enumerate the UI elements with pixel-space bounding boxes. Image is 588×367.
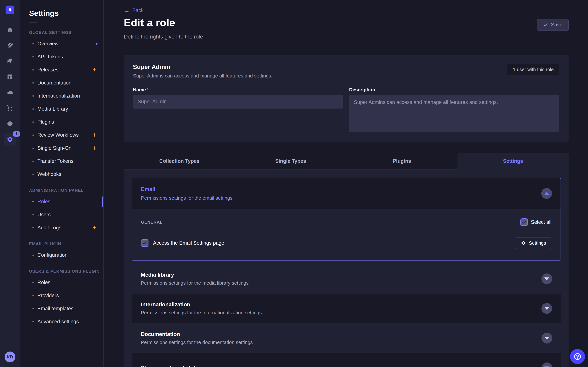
accordion-email-subtitle: Permissions settings for the email setti… — [141, 195, 551, 201]
accordion-media-library[interactable]: Media libraryPermissions settings for th… — [132, 264, 561, 294]
sidebar-item-advanced-settings[interactable]: Advanced settings — [20, 315, 104, 328]
rail-item-content-feather[interactable] — [0, 38, 20, 53]
permission-checkbox[interactable] — [141, 239, 148, 247]
expand-button[interactable] — [541, 333, 552, 343]
accordion-plugins-and-marketplace[interactable]: Plugins and marketplace — [132, 353, 561, 367]
tab-single-types[interactable]: Single Types — [235, 153, 346, 169]
lightning-icon-wrap — [92, 132, 97, 138]
sidebar-item-label: API Tokens — [37, 54, 63, 60]
chevron-down-icon — [545, 277, 549, 280]
marketplace-cart-icon — [7, 105, 13, 111]
description-textarea[interactable]: Super Admins can access and manage all f… — [349, 95, 560, 132]
role-card: Super Admin Super Admins can access and … — [124, 55, 569, 142]
permission-row-left: Access the Email Settings page — [141, 239, 224, 247]
accordion-title: Media library — [141, 272, 561, 278]
tab-settings[interactable]: Settings — [458, 153, 569, 169]
permission-settings-button[interactable]: Settings — [516, 237, 551, 249]
sidebar-item-overview[interactable]: Overview — [20, 37, 104, 50]
rail-item-marketplace-cart[interactable] — [0, 100, 20, 116]
accordion-title: Plugins and marketplace — [141, 365, 561, 367]
sidebar-item-single-sign-on[interactable]: Single Sign-On — [20, 142, 104, 155]
strapi-logo[interactable] — [6, 6, 14, 14]
name-label-text: Name — [133, 87, 146, 92]
rail-item-home[interactable] — [0, 22, 20, 38]
media-images-icon — [7, 58, 13, 64]
rail-item-media-images[interactable] — [0, 53, 20, 69]
notification-count-badge: 1 — [13, 131, 20, 137]
tab-collection-types[interactable]: Collection Types — [124, 153, 235, 169]
collapse-button[interactable] — [541, 188, 552, 199]
sidebar-item-internationalization[interactable]: Internationalization — [20, 89, 104, 102]
name-input[interactable] — [133, 95, 343, 108]
active-indicator-bar — [102, 196, 104, 207]
chevron-down-icon — [545, 307, 549, 310]
question-mark-icon — [573, 352, 582, 361]
sidebar-item-configuration[interactable]: Configuration — [20, 249, 104, 262]
tab-plugins[interactable]: Plugins — [346, 153, 458, 169]
expand-button[interactable] — [541, 362, 552, 367]
sidebar-item-label: Plugins — [37, 119, 54, 125]
avatar[interactable]: KD — [5, 351, 15, 362]
sidebar-item-documentation[interactable]: Documentation — [20, 76, 104, 89]
expand-button[interactable] — [541, 273, 552, 284]
accordion-internationalization[interactable]: InternationalizationPermissions settings… — [132, 294, 561, 323]
sidebar-item-review-workflows[interactable]: Review Workflows — [20, 129, 104, 142]
sidebar-item-label: Webhooks — [37, 171, 61, 177]
sidebar-item-transfer-tokens[interactable]: Transfer Tokens — [20, 155, 104, 168]
section-heading: EMAIL PLUGIN — [20, 234, 104, 249]
sidebar-item-roles[interactable]: Roles — [20, 195, 104, 208]
users-with-role-button[interactable]: 1 user with this role — [507, 64, 559, 75]
sidebar-item-email-templates[interactable]: Email templates — [20, 302, 104, 315]
rail-item-info[interactable] — [0, 116, 20, 132]
save-button[interactable]: Save — [537, 19, 569, 31]
sidebar-item-roles[interactable]: Roles — [20, 276, 104, 289]
sidebar-item-api-tokens[interactable]: API Tokens — [20, 50, 104, 63]
subnav-sections: GLOBAL SETTINGSOverviewAPI TokensRelease… — [20, 23, 104, 328]
sidebar-item-audit-logs[interactable]: Audit Logs — [20, 221, 104, 234]
rail-item-cloud[interactable] — [0, 84, 20, 100]
check-icon — [522, 220, 527, 225]
sidebar-item-providers[interactable]: Providers — [20, 289, 104, 302]
bullet-dot — [32, 201, 34, 202]
cloud-icon — [7, 89, 13, 96]
sidebar-item-webhooks[interactable]: Webhooks — [20, 168, 104, 181]
sidebar-item-label: Overview — [37, 41, 59, 47]
sidebar-item-label: Transfer Tokens — [37, 158, 73, 164]
info-icon — [7, 120, 13, 127]
bullet-dot — [32, 56, 34, 58]
sidebar-item-plugins[interactable]: Plugins — [20, 116, 104, 129]
accordion-documentation[interactable]: DocumentationPermissions settings for th… — [132, 323, 561, 353]
layout-icon — [7, 73, 13, 80]
lightning-icon-wrap — [92, 225, 97, 231]
chevron-down-icon — [545, 337, 549, 340]
group-divider-line — [168, 222, 516, 222]
sidebar-item-label: Users — [37, 212, 51, 217]
rail-item-highlight — [4, 117, 16, 130]
bullet-dot — [32, 174, 34, 175]
sidebar-item-label: Releases — [37, 67, 59, 73]
sidebar-item-releases[interactable]: Releases — [20, 63, 104, 76]
accordion-email-header[interactable]: Email Permissions settings for the email… — [132, 178, 561, 209]
back-link[interactable]: ← Back — [124, 8, 144, 13]
required-asterisk: * — [147, 87, 148, 92]
rail-item-layout[interactable] — [0, 69, 20, 84]
subnav-section-users-permissions-plugin: USERS & PERMISSIONS PLUGINRolesProviders… — [20, 262, 104, 328]
help-button[interactable] — [570, 349, 585, 364]
rail-item-highlight — [4, 55, 16, 67]
app-root: 1 KD Settings GLOBAL SETTINGSOverviewAPI… — [0, 0, 588, 367]
expand-button[interactable] — [541, 303, 552, 314]
save-label: Save — [551, 22, 562, 28]
select-all-checkbox[interactable] — [520, 218, 528, 226]
rail-item-settings-gear[interactable]: 1 — [0, 132, 20, 147]
page-header: Edit a role Save — [124, 17, 569, 31]
name-field-group: Name* — [133, 87, 343, 133]
lightning-icon — [92, 132, 97, 138]
permission-label: Access the Email Settings page — [153, 240, 224, 246]
sidebar-item-label: Advanced settings — [37, 319, 79, 325]
icon-rail: 1 KD — [0, 0, 20, 367]
role-card-heading: Super Admin Super Admins can access and … — [133, 64, 272, 79]
role-card-header: Super Admin Super Admins can access and … — [133, 64, 559, 79]
sidebar-item-media-library[interactable]: Media Library — [20, 102, 104, 116]
general-group-row: GENERAL Select all — [141, 218, 551, 226]
sidebar-item-users[interactable]: Users — [20, 208, 104, 221]
